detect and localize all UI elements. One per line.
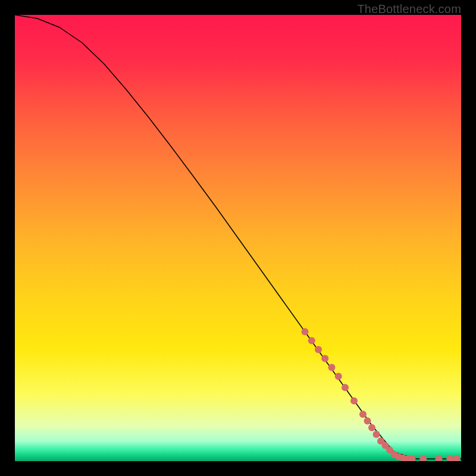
scatter-dot [446,455,453,461]
scatter-dot [368,424,375,431]
scatter-dot [342,384,349,391]
dots-layer [15,15,461,461]
scatter-dots [302,328,461,462]
scatter-dot [328,364,336,371]
scatter-dot [302,328,309,336]
scatter-dot [364,418,371,425]
scatter-dot [315,346,322,353]
scatter-dot [335,373,342,380]
scatter-dot [436,455,443,461]
scatter-dot [373,431,380,438]
chart-stage: TheBottleneck.com [0,0,476,476]
scatter-dot [453,455,461,461]
scatter-dot [419,455,427,461]
watermark-text: TheBottleneck.com [357,2,461,16]
scatter-dot [321,355,328,362]
scatter-dot [359,411,367,418]
plot-area [15,15,461,461]
scatter-dot [308,337,315,345]
scatter-dot [350,397,358,405]
